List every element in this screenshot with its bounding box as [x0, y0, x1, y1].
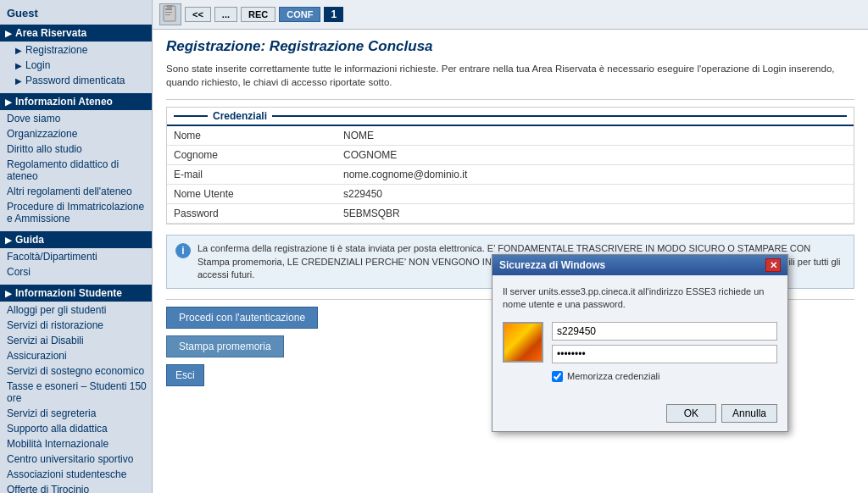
sidebar-guest-label: Guest [0, 3, 152, 25]
dialog-description: Il server units.esse3.pp.cineca.it all'i… [503, 285, 777, 312]
sidebar-item-login[interactable]: ▶ Login [0, 58, 152, 73]
table-row: Cognome COGNOME [167, 146, 854, 165]
cred-cognome-value: COGNOME [337, 146, 854, 165]
sidebar-item-tirocinio[interactable]: Offerte di Tirocinio [0, 482, 152, 493]
sidebar-item-corsi[interactable]: Corsi [0, 264, 152, 280]
dialog-username-input[interactable] [552, 322, 777, 341]
sidebar-guida-label: Guida [15, 234, 44, 246]
credenziali-title: Credenziali [213, 110, 267, 122]
sidebar-item-informazioni-studente[interactable]: ▶ Informazioni Studente [0, 285, 152, 302]
cred-email-label: E-mail [167, 165, 337, 185]
sidebar-item-procedure[interactable]: Procedure di Immatricolazione e Ammissio… [0, 199, 152, 226]
svg-rect-2 [165, 12, 172, 13]
cred-utente-label: Nome Utente [167, 185, 337, 204]
sidebar-item-altri-regolamenti[interactable]: Altri regolamenti dell'ateneo [0, 184, 152, 199]
nav-back-button[interactable]: ... [214, 7, 237, 22]
dialog-titlebar: Sicurezza di Windows ✕ [492, 255, 787, 275]
sidebar-item-assicurazioni[interactable]: Assicurazioni [0, 348, 152, 363]
sidebar-item-sostegno[interactable]: Servizi di sostegno economico [0, 363, 152, 379]
sidebar-password-label: Password dimenticata [25, 75, 125, 86]
table-row: Nome NOME [167, 126, 854, 146]
dialog-title: Sicurezza di Windows [499, 259, 605, 271]
nav-rec-button[interactable]: REC [241, 7, 275, 22]
cred-nome-value: NOME [337, 126, 854, 146]
sidebar-item-tasse[interactable]: Tasse e esoneri – Studenti 150 ore [0, 379, 152, 406]
nav-conf-button[interactable]: CONF [279, 7, 320, 22]
sidebar-area-riservata-label: Area Riservata [15, 27, 86, 39]
table-row: Nome Utente s229450 [167, 185, 854, 204]
sidebar-item-diritto-studio[interactable]: Diritto allo studio [0, 141, 152, 157]
nav-step-number: 1 [324, 7, 343, 22]
login-arrow-icon: ▶ [15, 61, 22, 70]
cred-utente-value: s229450 [337, 185, 854, 204]
sidebar-item-informazioni-ateneo[interactable]: ▶ Informazioni Ateneo [0, 93, 152, 110]
table-row: E-mail nome.cognome@dominio.it [167, 165, 854, 185]
area-riservata-arrow-icon: ▶ [5, 29, 12, 38]
sidebar-item-alloggi[interactable]: Alloggi per gli studenti [0, 302, 152, 318]
credenziali-header: Credenziali [167, 108, 854, 126]
memorizza-checkbox[interactable] [552, 371, 563, 382]
dialog-fields: Memorizza credenziali [552, 322, 777, 382]
dialog-ok-button[interactable]: OK [666, 404, 716, 423]
sidebar-item-facolta[interactable]: Facoltà/Dipartimenti [0, 249, 152, 264]
memorizza-label: Memorizza credenziali [567, 371, 659, 381]
sidebar-info-ateneo-label: Informazioni Ateneo [15, 96, 113, 108]
stampa-button[interactable]: Stampa promemoria [166, 335, 284, 357]
svg-rect-3 [165, 14, 170, 15]
table-row: Password 5EBMSQBR [167, 204, 854, 224]
password-arrow-icon: ▶ [15, 76, 22, 86]
security-dialog: Sicurezza di Windows ✕ Il server units.e… [492, 254, 788, 432]
sidebar-item-dove-siamo[interactable]: Dove siamo [0, 111, 152, 126]
svg-rect-0 [164, 6, 175, 21]
sidebar-info-studente-label: Informazioni Studente [15, 287, 122, 299]
credentials-table: Nome NOME Cognome COGNOME E-mail nome.co… [167, 126, 854, 224]
memorizza-row: Memorizza credenziali [552, 371, 777, 382]
info-ateneo-arrow-icon: ▶ [5, 97, 12, 107]
dialog-cancel-button[interactable]: Annulla [721, 404, 777, 423]
sidebar: Guest ▶ Area Riservata ▶ Registrazione ▶… [0, 0, 153, 493]
info-studente-arrow-icon: ▶ [5, 289, 12, 298]
dialog-footer: OK Annulla [492, 399, 787, 431]
info-icon: i [175, 243, 191, 258]
sidebar-item-disabili[interactable]: Servizi ai Disabili [0, 333, 152, 348]
sidebar-item-regolamento[interactable]: Regolamento didattico di ateneo [0, 157, 152, 184]
sidebar-item-guida[interactable]: ▶ Guida [0, 231, 152, 248]
nav-back-back-button[interactable]: << [185, 7, 211, 22]
sidebar-item-ristorazione[interactable]: Servizi di ristorazione [0, 318, 152, 333]
cred-password-label: Password [167, 204, 337, 224]
sidebar-item-mobilita[interactable]: Mobilità Internazionale [0, 436, 152, 451]
cred-email-value: nome.cognome@dominio.it [337, 165, 854, 185]
dialog-user-area: Memorizza credenziali [503, 322, 777, 382]
dialog-close-button[interactable]: ✕ [765, 258, 781, 272]
dialog-body: Il server units.esse3.pp.cineca.it all'i… [492, 275, 787, 399]
sidebar-item-organizzazione[interactable]: Organizzazione [0, 126, 152, 141]
svg-rect-4 [167, 5, 172, 8]
top-navigation: << ... REC CONF 1 [153, 0, 868, 30]
guida-arrow-icon: ▶ [5, 235, 12, 245]
sidebar-registrazione-label: Registrazione [25, 44, 87, 56]
sidebar-item-registrazione[interactable]: ▶ Registrazione [0, 42, 152, 58]
esci-button[interactable]: Esci [166, 364, 204, 386]
sidebar-item-password-dimenticata[interactable]: ▶ Password dimenticata [0, 73, 152, 88]
cred-cognome-label: Cognome [167, 146, 337, 165]
registrazione-arrow-icon: ▶ [15, 46, 22, 55]
sidebar-item-associazioni[interactable]: Associazioni studentesche [0, 467, 152, 482]
user-avatar [503, 322, 543, 363]
procedi-button[interactable]: Procedi con l'autenticazione [166, 307, 318, 329]
credenziali-section: Credenziali Nome NOME Cognome COGNOME E-… [166, 107, 854, 224]
dialog-password-input[interactable] [552, 345, 777, 363]
page-title: Registrazione: Registrazione Conclusa [166, 38, 854, 55]
sidebar-login-label: Login [25, 59, 50, 71]
page-icon [159, 3, 181, 25]
sidebar-item-didattica[interactable]: Supporto alla didattica [0, 421, 152, 436]
divider-top [166, 99, 854, 100]
sidebar-item-segreteria[interactable]: Servizi di segreteria [0, 406, 152, 421]
cred-nome-label: Nome [167, 126, 337, 146]
cred-password-value: 5EBMSQBR [337, 204, 854, 224]
sidebar-item-area-riservata[interactable]: ▶ Area Riservata [0, 25, 152, 42]
sidebar-item-sportivo[interactable]: Centro universitario sportivo [0, 451, 152, 467]
svg-rect-1 [165, 8, 172, 10]
page-description: Sono state inserite correttamente tutte … [166, 62, 854, 89]
